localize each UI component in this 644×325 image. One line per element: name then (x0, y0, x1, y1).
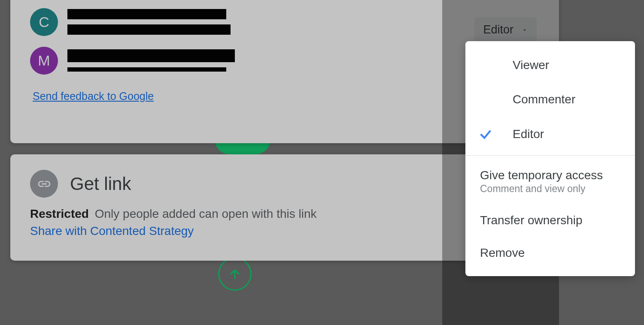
menu-item-viewer[interactable]: Viewer (465, 48, 635, 82)
role-dropdown-button[interactable]: Editor (474, 17, 537, 42)
menu-item-temporary-access[interactable]: Give temporary access Comment and view o… (465, 159, 635, 204)
restricted-label: Restricted (30, 207, 89, 220)
menu-label: Editor (513, 127, 544, 141)
menu-label: Transfer ownership (480, 214, 620, 227)
menu-label: Remove (480, 246, 620, 260)
feedback-link[interactable]: Send feedback to Google (33, 90, 154, 102)
role-label: Editor (483, 23, 513, 36)
avatar-initial: M (38, 52, 50, 69)
link-restriction-text: Restricted Only people added can open wi… (30, 207, 539, 221)
menu-divider (465, 155, 635, 156)
person-row[interactable]: C Editor (30, 3, 539, 41)
check-icon (478, 127, 513, 141)
menu-label: Viewer (513, 58, 549, 72)
role-dropdown-menu: Viewer Commenter Editor Give temporary a… (465, 41, 635, 276)
menu-sublabel: Comment and view only (480, 183, 620, 195)
upload-icon (218, 257, 252, 291)
menu-item-transfer-ownership[interactable]: Transfer ownership (465, 204, 635, 237)
menu-label: Commenter (513, 93, 575, 106)
menu-item-remove[interactable]: Remove (465, 237, 635, 269)
link-icon (30, 170, 58, 198)
person-name-redacted (67, 49, 235, 72)
share-with-org-link[interactable]: Share with Contented Strategy (30, 224, 539, 238)
chevron-down-icon (521, 27, 528, 33)
restricted-description: Only people added can open with this lin… (95, 207, 317, 220)
get-link-header: Get link (30, 170, 539, 198)
person-row[interactable]: M (30, 41, 539, 80)
menu-label: Give temporary access (480, 169, 620, 182)
avatar: C (30, 8, 58, 36)
get-link-title: Get link (70, 174, 131, 194)
avatar-initial: C (39, 14, 49, 30)
person-name-redacted (67, 9, 231, 35)
menu-item-commenter[interactable]: Commenter (465, 82, 635, 117)
avatar: M (30, 47, 58, 75)
menu-item-editor[interactable]: Editor (465, 117, 635, 152)
